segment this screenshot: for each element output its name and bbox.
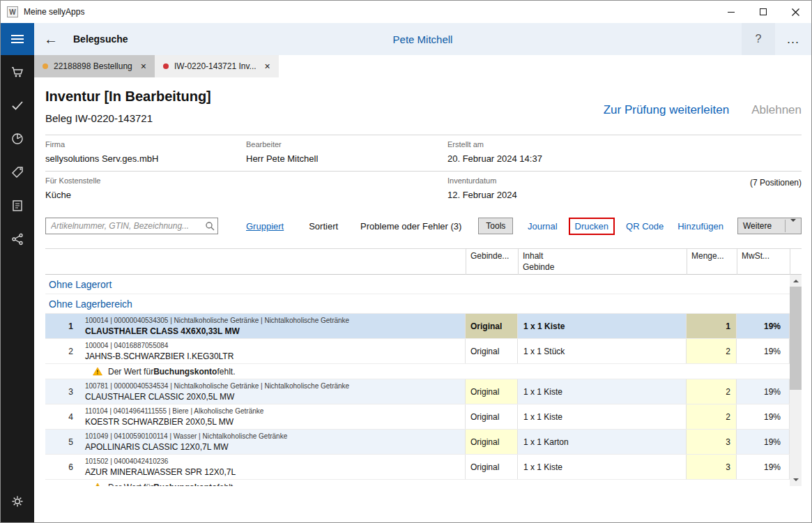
- table-header: Gebinde... Inhalt Gebinde Menge... MwSt.…: [45, 248, 802, 275]
- field-label: Erstellt am: [447, 140, 802, 149]
- magnifier-icon[interactable]: [205, 221, 215, 231]
- warning-text-post: fehlt.: [217, 367, 235, 377]
- tag-icon: [10, 165, 24, 179]
- user-name[interactable]: Pete Mitchell: [393, 33, 453, 45]
- article-meta: 100004 | 04016887055084: [85, 342, 465, 349]
- field-label: Inventurdatum: [447, 176, 802, 185]
- row-description: 101502 | 04004042410236 AZUR MINERALWASS…: [80, 455, 466, 479]
- table-row[interactable]: 6 101502 | 04004042410236 AZUR MINERALWA…: [45, 455, 790, 480]
- check-icon: [10, 98, 24, 112]
- gruppiert-link[interactable]: Gruppiert: [246, 221, 284, 232]
- vertical-scrollbar[interactable]: [790, 275, 802, 486]
- table-row[interactable]: 5 101049 | 04100590100114 | Wasser | Nic…: [45, 430, 790, 455]
- menge-cell[interactable]: 1: [687, 314, 737, 338]
- sidebar-item-journal[interactable]: [1, 189, 34, 222]
- close-button[interactable]: [779, 1, 811, 23]
- sidebar-item-articles[interactable]: [1, 156, 34, 189]
- document-actions: Zur Prüfung weiterleiten Ablehnen: [604, 103, 802, 117]
- menge-cell[interactable]: 2: [687, 379, 737, 404]
- header-inhalt-gebinde[interactable]: Inhalt Gebinde: [518, 249, 687, 275]
- sidebar-item-share[interactable]: [1, 222, 34, 256]
- gebinde-cell[interactable]: Original: [466, 404, 518, 429]
- tab-close-icon[interactable]: ×: [265, 61, 270, 71]
- gebinde-cell[interactable]: Original: [466, 455, 518, 479]
- inhalt-cell: 1 x 1 Kiste: [518, 314, 687, 338]
- gebinde-cell[interactable]: Original: [466, 379, 518, 404]
- group-row-lagerbereich[interactable]: Ohne Lagerbereich: [45, 294, 790, 314]
- forward-for-review-button[interactable]: Zur Prüfung weiterleiten: [604, 103, 729, 117]
- mwst-cell: 19%: [737, 404, 790, 429]
- gebinde-cell[interactable]: Original: [466, 430, 518, 454]
- tab-bestellung[interactable]: 22188898 Bestellung ×: [34, 55, 155, 77]
- gear-icon: [10, 494, 24, 508]
- row-number: 2: [45, 339, 80, 363]
- qr-code-link[interactable]: QR Code: [626, 221, 664, 232]
- article-meta: 101049 | 04100590100114 | Wasser | Nicht…: [85, 432, 465, 440]
- field-label: Bearbeiter: [246, 140, 447, 149]
- sidebar-item-reports[interactable]: [1, 122, 34, 156]
- header-gebinde[interactable]: Gebinde...: [466, 249, 518, 275]
- close-icon: [792, 8, 799, 16]
- group-row-lagerort[interactable]: Ohne Lagerort: [45, 275, 790, 294]
- back-button[interactable]: ←: [44, 32, 58, 46]
- sidebar-item-settings[interactable]: [1, 485, 34, 518]
- sidebar-item-cart[interactable]: [1, 55, 34, 89]
- gebinde-cell[interactable]: Original: [466, 314, 518, 338]
- table-row[interactable]: 1 100014 | 00000040534305 | Nichtalkohol…: [45, 314, 790, 339]
- row-number: 4: [45, 404, 80, 429]
- row-number: 6: [45, 455, 80, 479]
- inhalt-cell: 1 x 1 Kiste: [518, 455, 687, 479]
- sortiert-link[interactable]: Sortiert: [309, 221, 338, 232]
- menge-cell[interactable]: 3: [687, 430, 737, 454]
- warning-field-name: Buchungskonto: [153, 367, 217, 377]
- header-mwst[interactable]: MwSt...: [737, 249, 790, 275]
- header-menge[interactable]: Menge...: [687, 249, 737, 275]
- article-meta: 100781 | 00000040534534 | Nichtalkoholis…: [85, 382, 465, 390]
- probleme-filter-link[interactable]: Probleme oder Fehler (3): [360, 221, 461, 232]
- scrollbar-thumb[interactable]: [790, 287, 802, 390]
- hinzufuegen-link[interactable]: Hinzufügen: [677, 221, 723, 232]
- sidebar-item-tasks[interactable]: [1, 89, 34, 122]
- menge-cell[interactable]: 2: [687, 339, 737, 363]
- table-row[interactable]: 4 110104 | 04014964111555 | Biere | Alko…: [45, 404, 790, 430]
- scroll-down-arrow-icon[interactable]: [790, 474, 802, 486]
- field-value: sellysolutions Serv.ges.mbH: [45, 153, 246, 164]
- minimize-icon: [728, 12, 735, 13]
- pie-chart-icon: [10, 132, 24, 146]
- table-row[interactable]: 2 100004 | 04016887055084 JAHNS-B.SCHWAR…: [45, 339, 790, 364]
- table-row[interactable]: 3 100781 | 00000040534534 | Nichtalkohol…: [45, 379, 790, 404]
- gebinde-cell[interactable]: Original: [466, 339, 518, 363]
- weitere-dropdown-button[interactable]: Weitere: [737, 218, 802, 234]
- reject-button[interactable]: Ablehnen: [751, 103, 802, 117]
- weitere-label: Weitere: [743, 221, 772, 231]
- row-warning: Der Wert für Buchungskonto fehlt.: [45, 364, 790, 379]
- tab-close-icon[interactable]: ×: [141, 61, 146, 71]
- positions-table: Gebinde... Inhalt Gebinde Menge... MwSt.…: [45, 248, 802, 486]
- field-row-2: Für Kostenstelle Küche Inventurdatum 12.…: [45, 171, 802, 207]
- help-button[interactable]: ?: [742, 23, 775, 55]
- article-meta: 100014 | 00000040534305 | Nichtalkoholis…: [85, 317, 465, 324]
- menge-cell[interactable]: 3: [687, 455, 737, 479]
- header-rownum: [45, 249, 80, 275]
- minimize-button[interactable]: [715, 1, 747, 23]
- menge-cell[interactable]: 2: [687, 404, 737, 429]
- mwst-cell: 19%: [737, 314, 790, 338]
- hamburger-menu-button[interactable]: [1, 23, 34, 55]
- tab-inventur[interactable]: IW-0220-143721 Inv... ×: [155, 55, 279, 77]
- journal-link[interactable]: Journal: [528, 221, 558, 232]
- search-input[interactable]: [45, 218, 218, 234]
- tab-strip: 22188898 Bestellung × IW-0220-143721 Inv…: [34, 55, 811, 77]
- maximize-button[interactable]: [747, 1, 779, 23]
- tools-button[interactable]: Tools: [478, 218, 513, 234]
- inhalt-cell: 1 x 1 Kiste: [518, 379, 687, 404]
- article-meta: 110104 | 04014964111555 | Biere | Alkoho…: [85, 407, 465, 415]
- row-description: 101049 | 04100590100114 | Wasser | Nicht…: [80, 430, 466, 454]
- inhalt-cell: 1 x 1 Karton: [518, 430, 687, 454]
- sidebar: [1, 23, 34, 522]
- scroll-up-arrow-icon[interactable]: [790, 275, 802, 287]
- tab-label: IW-0220-143721 Inv...: [174, 61, 256, 71]
- drucken-link[interactable]: Drucken: [575, 221, 608, 232]
- mwst-cell: 19%: [737, 430, 790, 454]
- more-options-button[interactable]: ...: [775, 23, 811, 55]
- header-description: [80, 249, 466, 275]
